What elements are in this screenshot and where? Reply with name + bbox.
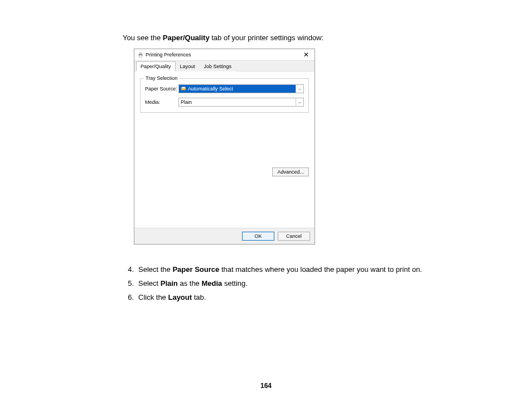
chevron-down-icon: ⌵ <box>296 98 303 106</box>
svg-rect-2 <box>139 55 142 57</box>
dialog-footer: OK Cancel <box>134 228 315 244</box>
intro-post: tab of your printer settings window: <box>210 33 324 42</box>
step-4: 4. Select the Paper Source that matches … <box>123 265 493 275</box>
intro-text: You see the Paper/Quality tab of your pr… <box>123 33 493 42</box>
paper-source-row: Paper Source: Automatically Select <box>145 84 304 93</box>
paper-source-value: Automatically Select <box>188 86 233 92</box>
tray-selection-fieldset: Tray Selection Paper Source: Automatical <box>140 78 309 113</box>
step-number: 6. <box>123 293 134 303</box>
media-value: Plain <box>181 99 192 105</box>
cancel-button[interactable]: Cancel <box>278 232 310 241</box>
tab-layout[interactable]: Layout <box>176 61 200 71</box>
chevron-down-icon: ⌵ <box>296 85 303 93</box>
step-5: 5. Select Plain as the Media setting. <box>123 279 493 289</box>
close-button[interactable]: ✕ <box>301 51 311 58</box>
step-6: 6. Click the Layout tab. <box>123 293 493 303</box>
dialog-title: Printing Preferences <box>146 52 191 58</box>
media-row: Media: Plain ⌵ <box>145 98 304 107</box>
step-number: 5. <box>123 279 134 289</box>
advanced-button[interactable]: Advanced... <box>272 167 309 176</box>
page-number: 164 <box>0 382 532 390</box>
step-text: Click the Layout tab. <box>138 293 206 303</box>
intro-bold: Paper/Quality <box>163 33 210 42</box>
paper-source-combobox[interactable]: Automatically Select ⌵ <box>178 84 304 93</box>
printing-preferences-dialog: Printing Preferences ✕ Paper/Quality Lay… <box>134 49 315 245</box>
tray-icon <box>181 87 186 91</box>
tab-paper-quality[interactable]: Paper/Quality <box>136 61 176 71</box>
step-text: Select the Paper Source that matches whe… <box>138 265 422 275</box>
svg-rect-1 <box>139 52 142 54</box>
printer-icon <box>138 52 143 58</box>
svg-rect-4 <box>182 87 185 88</box>
tab-strip: Paper/Quality Layout Job Settings <box>134 60 315 71</box>
paper-source-label: Paper Source: <box>145 86 178 92</box>
dialog-titlebar: Printing Preferences ✕ <box>134 49 315 60</box>
ok-button[interactable]: OK <box>242 232 274 241</box>
tab-job-settings[interactable]: Job Settings <box>200 61 236 71</box>
media-combobox[interactable]: Plain ⌵ <box>178 98 304 107</box>
fieldset-legend: Tray Selection <box>144 75 179 81</box>
step-number: 4. <box>123 265 134 275</box>
media-label: Media: <box>145 99 178 105</box>
step-text: Select Plain as the Media setting. <box>138 279 248 289</box>
dialog-body: Tray Selection Paper Source: Automatical <box>134 71 315 228</box>
intro-pre: You see the <box>123 33 163 42</box>
instruction-steps: 4. Select the Paper Source that matches … <box>123 265 493 303</box>
